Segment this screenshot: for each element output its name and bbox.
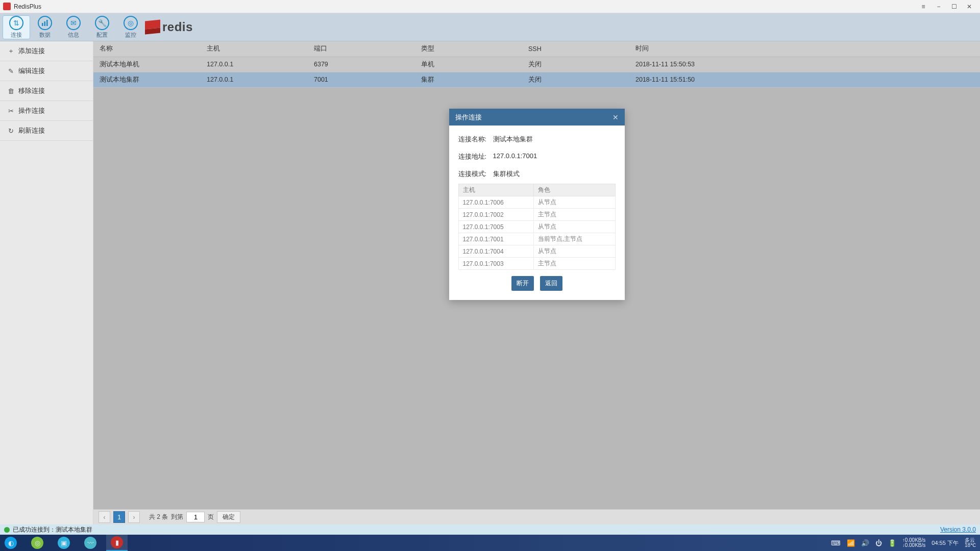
keyboard-icon[interactable]: ⌨ [831,539,841,547]
sidebar-item-add[interactable]: ＋ 添加连接 [0,41,93,61]
node-table: 主机 角色 127.0.0.1:7006从节点 127.0.0.1:7002主节… [458,184,616,270]
toolbar: ⇅ 连接 数据 ✉ 信息 🔧 配置 ◎ 监控 redis [0,13,980,41]
sidebar-item-edit[interactable]: ✎ 编辑连接 [0,61,93,81]
node-row[interactable]: 127.0.0.1:7005从节点 [458,221,615,233]
main-area: 名称 主机 端口 类型 SSH 时间 测试本地单机 127.0.0.1 6379… [93,41,980,524]
dialog-titlebar: 操作连接 ✕ [449,109,625,126]
sidebar: ＋ 添加连接 ✎ 编辑连接 🗑 移除连接 ✂ 操作连接 ↻ 刷新连接 [0,41,93,524]
version-link[interactable]: Version 3.0.0 [940,526,976,533]
field-label-mode: 连接模式: [458,169,491,179]
sidebar-item-label: 移除连接 [18,86,45,95]
minimize-button[interactable]: − [931,2,946,12]
tab-info[interactable]: ✉ 信息 [60,15,87,39]
node-col-role: 角色 [533,184,615,196]
mail-icon: ✉ [66,16,81,30]
field-label-addr: 连接地址: [458,152,491,161]
tab-data[interactable]: 数据 [31,15,59,39]
taskbar-app-1[interactable]: ◎ [27,535,48,551]
dialog-close[interactable]: ✕ [612,113,619,121]
swap-icon: ⇅ [9,16,23,30]
sidebar-item-operate[interactable]: ✂ 操作连接 [0,101,93,121]
power-icon[interactable]: ⏻ [875,539,882,547]
node-col-host: 主机 [458,184,533,196]
app-title: RedisPlus [14,3,41,10]
os-taskbar: ◐ ◎ ▣ 〰 ▮ ⌨ 📶 🔊 ⏻ 🔋 ↑0.00KB/s ↓0.00KB/s … [0,535,980,551]
sidebar-item-label: 添加连接 [18,46,45,56]
plus-icon: ＋ [7,46,14,56]
field-value-addr: 127.0.0.1:7001 [493,152,537,161]
sidebar-item-remove[interactable]: 🗑 移除连接 [0,81,93,101]
taskbar-app-2[interactable]: ▣ [53,535,75,551]
titlebar: RedisPlus ≡ − ☐ ✕ [0,0,980,13]
sidebar-item-label: 编辑连接 [18,66,45,76]
sidebar-item-refresh[interactable]: ↻ 刷新连接 [0,121,93,141]
field-label-name: 连接名称: [458,135,491,144]
camera-icon: ◎ [124,16,138,30]
modal-overlay: 操作连接 ✕ 连接名称: 测试本地集群 连接地址: 127.0.0.1:7001… [93,41,980,524]
status-message: 已成功连接到：测试本地集群 [13,525,92,534]
tab-label: 配置 [96,31,108,39]
node-row[interactable]: 127.0.0.1:7001当前节点,主节点 [458,233,615,245]
operate-connection-dialog: 操作连接 ✕ 连接名称: 测试本地集群 连接地址: 127.0.0.1:7001… [449,109,625,300]
wifi-icon[interactable]: 📶 [847,539,855,547]
taskbar-app-3[interactable]: 〰 [80,535,101,551]
close-button[interactable]: ✕ [962,2,977,12]
pencil-icon: ✎ [7,67,14,75]
app-icon [3,3,11,10]
sidebar-item-label: 操作连接 [18,106,45,115]
dialog-title: 操作连接 [455,113,482,122]
taskbar-app-redisplus[interactable]: ▮ [106,535,128,551]
sidebar-item-label: 刷新连接 [18,126,45,135]
status-ok-icon [4,527,10,533]
tab-label: 数据 [39,31,51,39]
chart-icon [38,16,52,30]
taskbar-launcher[interactable]: ◐ [0,535,21,551]
tab-connection[interactable]: ⇅ 连接 [3,15,30,39]
tab-label: 信息 [68,31,79,39]
statusbar: 已成功连接到：测试本地集群 Version 3.0.0 [0,524,980,535]
svg-rect-2 [46,20,48,26]
refresh-icon: ↻ [7,127,14,135]
maximize-button[interactable]: ☐ [946,2,962,12]
trash-icon: 🗑 [7,87,14,95]
wrench-icon: 🔧 [95,16,109,30]
node-row[interactable]: 127.0.0.1:7002主节点 [458,209,615,221]
menu-icon[interactable]: ≡ [916,2,931,12]
clock[interactable]: 04:55 下午 [932,539,959,547]
node-row[interactable]: 127.0.0.1:7003主节点 [458,258,615,270]
node-row[interactable]: 127.0.0.1:7006从节点 [458,196,615,209]
battery-icon[interactable]: 🔋 [888,539,896,547]
tab-config[interactable]: 🔧 配置 [88,15,116,39]
svg-rect-0 [42,23,43,26]
system-tray: ⌨ 📶 🔊 ⏻ 🔋 ↑0.00KB/s ↓0.00KB/s 04:55 下午 多… [831,538,976,548]
logo-text: redis [162,20,193,34]
scissors-icon: ✂ [7,107,14,115]
volume-icon[interactable]: 🔊 [861,539,869,547]
svg-rect-1 [44,21,46,26]
disconnect-button[interactable]: 断开 [511,276,534,291]
field-value-mode: 集群模式 [493,169,520,179]
field-value-name: 测试本地集群 [493,135,533,144]
tab-monitor[interactable]: ◎ 监控 [117,15,144,39]
redis-logo: redis [145,20,193,34]
node-row[interactable]: 127.0.0.1:7004从节点 [458,245,615,258]
weather[interactable]: 多云 18℃ [965,538,976,548]
back-button[interactable]: 返回 [540,276,562,291]
network-speed: ↑0.00KB/s ↓0.00KB/s [902,538,926,548]
tab-label: 连接 [11,31,22,39]
tab-label: 监控 [125,31,136,39]
